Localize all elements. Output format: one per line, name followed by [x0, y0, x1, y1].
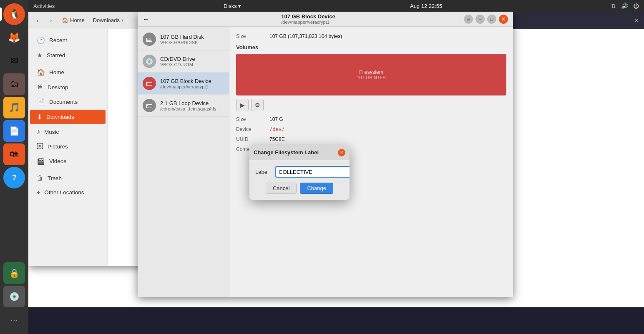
taskbar-veracrypt[interactable]: 🔒: [3, 262, 25, 284]
dialog-label-input[interactable]: [275, 166, 350, 178]
taskbar-appstore[interactable]: 🛍: [3, 143, 25, 165]
network-icon: ⇅: [611, 3, 616, 9]
dialog-change-btn[interactable]: Change: [300, 183, 333, 194]
taskbar-help[interactable]: ?: [3, 167, 25, 188]
power-icon: ⏻: [633, 3, 639, 9]
taskbar-grid[interactable]: ⋯: [3, 309, 25, 331]
dialog-body: Label Cancel Change: [249, 160, 350, 200]
taskbar-files[interactable]: 🗂: [3, 73, 25, 95]
taskbar-disks[interactable]: 💿: [3, 286, 25, 307]
change-filesystem-label-dialog: Change Filesystem Label ✕ Label Cancel C…: [249, 145, 350, 200]
dialog-close-btn[interactable]: ✕: [338, 149, 345, 156]
taskbar-ubuntu-logo[interactable]: 🐧: [3, 3, 25, 25]
taskbar-firefox[interactable]: 🦊: [3, 27, 25, 48]
dialog-cancel-btn[interactable]: Cancel: [266, 183, 297, 194]
system-clock[interactable]: Aug 12 22:55: [410, 3, 442, 9]
dialog-overlay: Change Filesystem Label ✕ Label Cancel C…: [28, 12, 644, 334]
taskbar-rhythmbox[interactable]: 🎵: [3, 97, 25, 118]
dialog-label-field: Label: [255, 166, 344, 178]
taskbar-bottom: 🔒 💿 ⋯: [3, 262, 25, 331]
dialog-buttons: Cancel Change: [255, 183, 344, 196]
taskbar-thunderbird[interactable]: ✉: [3, 50, 25, 72]
activities-label[interactable]: Activities: [33, 3, 55, 9]
taskbar-libreoffice[interactable]: 📄: [3, 120, 25, 142]
dialog-label-text: Label: [255, 169, 272, 175]
system-bar: Activities Disks ▾ Aug 12 22:55 ⇅ 🔊 ⏻: [28, 0, 644, 12]
dialog-title: Change Filesystem Label: [254, 149, 319, 156]
taskbar: 🐧 🦊 ✉ 🗂 🎵 📄 🛍 ? 🔒 💿 ⋯: [0, 0, 28, 334]
disks-menu-label[interactable]: Disks ▾: [224, 3, 241, 9]
volume-icon: 🔊: [621, 3, 628, 9]
dialog-titlebar: Change Filesystem Label ✕: [249, 145, 350, 160]
system-tray: ⇅ 🔊 ⏻: [611, 3, 639, 9]
